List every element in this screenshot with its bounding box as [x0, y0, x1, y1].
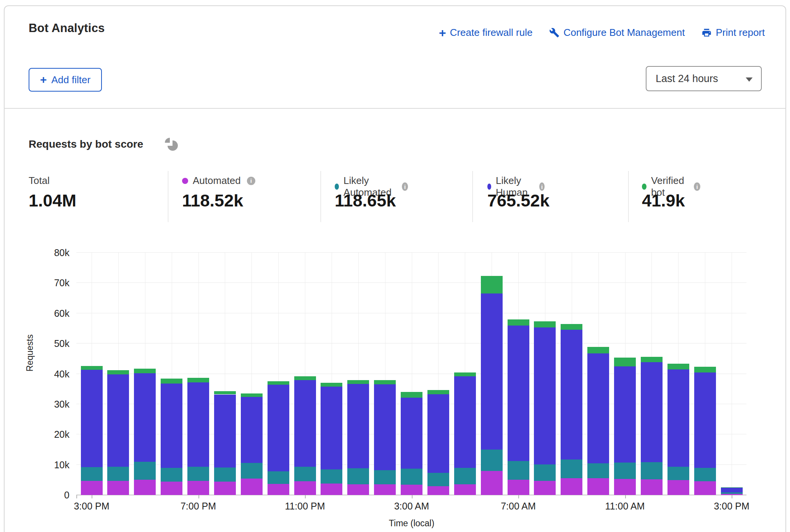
bar-verified-bot[interactable]	[268, 381, 289, 385]
bar-likely-automated[interactable]	[694, 468, 716, 481]
bar-likely-automated[interactable]	[134, 462, 156, 480]
bar-verified-bot[interactable]	[294, 376, 316, 380]
bar-likely-human[interactable]	[214, 395, 236, 468]
bar-likely-human[interactable]	[721, 488, 743, 493]
bar-verified-bot[interactable]	[508, 319, 529, 325]
bar-likely-human[interactable]	[161, 384, 182, 468]
bar-likely-human[interactable]	[321, 387, 342, 469]
bar-likely-human[interactable]	[508, 326, 529, 461]
bar-likely-automated[interactable]	[667, 467, 689, 480]
bar-automated[interactable]	[454, 484, 476, 495]
bar-likely-automated[interactable]	[214, 468, 236, 482]
bar-likely-human[interactable]	[427, 394, 449, 473]
bar-automated[interactable]	[187, 481, 209, 495]
bar-verified-bot[interactable]	[641, 357, 663, 362]
bar-likely-human[interactable]	[401, 398, 422, 469]
bar-automated[interactable]	[614, 479, 636, 495]
action-link-print-report[interactable]: Print report	[701, 27, 765, 39]
bar-likely-human[interactable]	[187, 382, 209, 467]
bar-likely-human[interactable]	[134, 373, 156, 462]
bar-likely-automated[interactable]	[294, 467, 316, 481]
bar-likely-automated[interactable]	[534, 464, 556, 481]
bar-likely-human[interactable]	[561, 330, 582, 460]
bar-automated[interactable]	[587, 478, 609, 495]
bar-likely-human[interactable]	[534, 327, 556, 464]
bar-automated[interactable]	[347, 484, 369, 495]
bar-verified-bot[interactable]	[534, 321, 556, 327]
bar-automated[interactable]	[374, 484, 396, 495]
bar-likely-automated[interactable]	[614, 463, 636, 479]
bar-verified-bot[interactable]	[721, 487, 743, 488]
bar-likely-human[interactable]	[694, 372, 716, 468]
bar-verified-bot[interactable]	[161, 379, 182, 384]
bar-verified-bot[interactable]	[587, 347, 609, 353]
bar-automated[interactable]	[294, 481, 316, 495]
bar-automated[interactable]	[481, 471, 503, 495]
bar-verified-bot[interactable]	[481, 276, 503, 293]
info-icon[interactable]: i	[694, 182, 700, 191]
bar-verified-bot[interactable]	[214, 391, 236, 395]
bar-automated[interactable]	[667, 480, 689, 495]
bar-automated[interactable]	[134, 480, 156, 495]
bar-verified-bot[interactable]	[561, 324, 582, 330]
bar-automated[interactable]	[268, 484, 289, 495]
info-icon[interactable]: i	[402, 182, 408, 191]
bar-verified-bot[interactable]	[347, 380, 369, 384]
bar-automated[interactable]	[641, 479, 663, 495]
bar-verified-bot[interactable]	[667, 364, 689, 369]
bar-automated[interactable]	[561, 478, 582, 495]
bar-likely-automated[interactable]	[107, 467, 129, 481]
action-link-create-firewall-rule[interactable]: +Create firewall rule	[439, 27, 532, 39]
bar-automated[interactable]	[534, 481, 556, 495]
bar-likely-human[interactable]	[587, 353, 609, 463]
bar-likely-automated[interactable]	[187, 467, 209, 481]
bar-automated[interactable]	[321, 484, 342, 495]
bar-likely-automated[interactable]	[641, 462, 663, 479]
bar-likely-automated[interactable]	[721, 492, 743, 494]
bar-automated[interactable]	[161, 482, 182, 495]
add-filter-button[interactable]: + Add filter	[29, 68, 102, 92]
bar-automated[interactable]	[214, 482, 236, 495]
bar-automated[interactable]	[508, 480, 529, 495]
bar-likely-automated[interactable]	[347, 468, 369, 484]
bar-likely-automated[interactable]	[587, 463, 609, 479]
bar-likely-human[interactable]	[454, 376, 476, 468]
bar-likely-automated[interactable]	[268, 471, 289, 484]
bar-verified-bot[interactable]	[241, 393, 263, 397]
bar-verified-bot[interactable]	[81, 366, 103, 370]
bar-likely-automated[interactable]	[374, 470, 396, 484]
bar-verified-bot[interactable]	[374, 380, 396, 384]
bar-likely-automated[interactable]	[508, 461, 529, 480]
bar-likely-human[interactable]	[614, 366, 636, 463]
bar-likely-automated[interactable]	[561, 459, 582, 478]
bar-verified-bot[interactable]	[454, 372, 476, 376]
bar-verified-bot[interactable]	[427, 390, 449, 394]
info-icon[interactable]: i	[247, 177, 255, 185]
bar-likely-human[interactable]	[347, 384, 369, 468]
bar-automated[interactable]	[107, 481, 129, 495]
bar-likely-automated[interactable]	[241, 463, 263, 479]
bar-likely-human[interactable]	[481, 293, 503, 450]
bar-automated[interactable]	[694, 481, 716, 495]
bar-likely-human[interactable]	[641, 362, 663, 462]
bar-likely-human[interactable]	[268, 385, 289, 471]
action-link-configure-bot-management[interactable]: Configure Bot Management	[549, 27, 685, 39]
bar-likely-human[interactable]	[107, 374, 129, 467]
bar-automated[interactable]	[241, 479, 263, 495]
bar-verified-bot[interactable]	[187, 378, 209, 382]
bar-verified-bot[interactable]	[107, 370, 129, 374]
bar-likely-automated[interactable]	[321, 469, 342, 484]
bar-likely-automated[interactable]	[401, 469, 422, 485]
bar-likely-human[interactable]	[667, 369, 689, 467]
bar-verified-bot[interactable]	[134, 369, 156, 373]
bar-likely-automated[interactable]	[454, 468, 476, 485]
bar-likely-human[interactable]	[241, 397, 263, 463]
bar-likely-automated[interactable]	[161, 468, 182, 482]
bar-verified-bot[interactable]	[614, 358, 636, 366]
bar-automated[interactable]	[427, 486, 449, 495]
bar-verified-bot[interactable]	[321, 383, 342, 387]
bar-automated[interactable]	[401, 485, 422, 495]
bar-likely-automated[interactable]	[481, 450, 503, 471]
bar-verified-bot[interactable]	[401, 392, 422, 398]
bar-verified-bot[interactable]	[694, 367, 716, 372]
